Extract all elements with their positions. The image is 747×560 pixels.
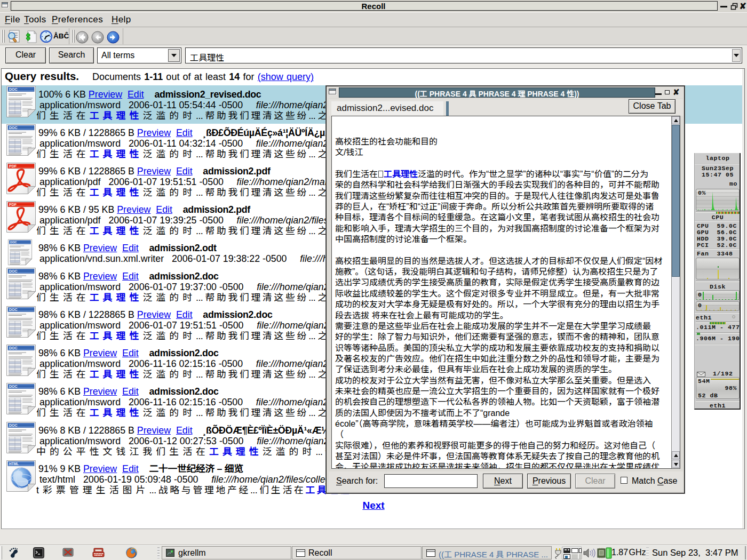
svg-text:PDF: PDF [9,203,17,206]
svg-text:DOC: DOC [9,126,18,130]
svg-text:DOC: DOC [9,385,18,388]
svg-text:DOC: DOC [10,241,17,244]
svg-text:PDF: PDF [9,164,17,168]
svg-text:DOC: DOC [9,308,18,311]
svg-text:DOC: DOC [9,269,18,273]
svg-text:HTML: HTML [9,462,19,466]
svg-text:DOC: DOC [9,423,18,427]
svg-text:DOC: DOC [9,87,18,91]
svg-text:DOC: DOC [9,346,18,350]
